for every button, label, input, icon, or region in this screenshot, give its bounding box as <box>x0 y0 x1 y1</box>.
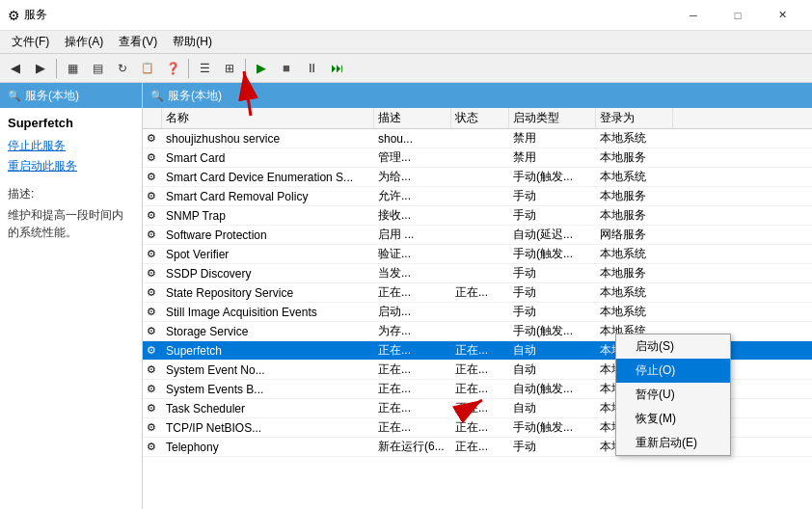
menu-bar: 文件(F) 操作(A) 查看(V) 帮助(H) <box>0 31 812 54</box>
context-menu-item-restart[interactable]: 重新启动(E) <box>616 431 730 455</box>
row-startup: 手动(触发... <box>509 245 596 263</box>
table-row[interactable]: ⚙Smart Card Removal Policy允许...手动本地服务 <box>143 187 812 206</box>
row-status <box>451 196 509 198</box>
row-startup: 自动(触发... <box>509 380 596 398</box>
stop-service-button[interactable]: ■ <box>275 57 298 80</box>
table-row[interactable]: ⚙shoujizhushou serviceshou...禁用本地系统 <box>143 129 812 148</box>
row-desc: 新在运行(6... <box>374 438 451 456</box>
desc-label: 描述: <box>8 186 134 202</box>
row-status: 正在... <box>451 399 509 417</box>
row-status <box>451 234 509 236</box>
maximize-button[interactable]: □ <box>716 0 760 31</box>
left-panel-header: 🔍 服务(本地) <box>0 83 142 108</box>
refresh-button[interactable]: ↻ <box>111 57 134 80</box>
row-desc: 允许... <box>374 187 451 205</box>
row-icon: ⚙ <box>143 266 162 281</box>
col-desc[interactable]: 描述 <box>374 108 451 128</box>
row-logon: 本地服务 <box>596 206 673 225</box>
row-logon: 本地系统 <box>596 303 673 321</box>
row-name: Superfetch <box>162 343 374 359</box>
col-startup[interactable]: 启动类型 <box>509 108 596 128</box>
row-desc: 当发... <box>374 264 451 282</box>
col-name[interactable]: 名称 <box>162 108 374 128</box>
start-service-button[interactable]: ▶ <box>250 57 273 80</box>
row-icon: ⚙ <box>143 208 162 223</box>
menu-action[interactable]: 操作(A) <box>57 32 111 52</box>
row-desc: 正在... <box>374 341 451 360</box>
context-menu-item-start[interactable]: 启动(S) <box>616 335 730 359</box>
row-status <box>451 215 509 217</box>
row-startup: 自动 <box>509 399 596 417</box>
row-name: shoujizhushou service <box>162 131 374 147</box>
restart-service-button[interactable]: ⏭ <box>325 57 348 80</box>
pause-service-button[interactable]: ⏸ <box>300 57 323 80</box>
minimize-button[interactable]: ─ <box>671 0 716 31</box>
selected-service-name: Superfetch <box>8 116 134 130</box>
show-list-button[interactable]: ▤ <box>86 57 109 80</box>
row-icon: ⚙ <box>143 189 162 203</box>
right-panel: 🔍 服务(本地) 名称 描述 状态 启动类型 登录为 ⚙shoujizhusho… <box>143 83 812 509</box>
table-row[interactable]: ⚙Still Image Acquisition Events启动...手动本地… <box>143 303 812 322</box>
row-desc: 为给... <box>374 168 451 186</box>
toolbar: ◀ ▶ ▦ ▤ ↻ 📋 ❓ ☰ ⊞ ▶ ■ ⏸ ⏭ <box>0 54 812 83</box>
row-name: TCP/IP NetBIOS... <box>162 420 374 436</box>
table-row[interactable]: ⚙Smart Card Device Enumeration S...为给...… <box>143 168 812 187</box>
row-name: Storage Service <box>162 324 374 339</box>
row-startup: 手动 <box>509 206 596 225</box>
left-panel-content: Superfetch 停止此服务 重启动此服务 描述: 维护和提高一段时间内的系… <box>0 108 142 249</box>
window-controls: ─ □ ✕ <box>671 0 804 31</box>
forward-button[interactable]: ▶ <box>29 57 52 80</box>
row-startup: 手动 <box>509 438 596 456</box>
table-row[interactable]: ⚙Software Protection启用 ...自动(延迟...网络服务 <box>143 226 812 245</box>
table-row[interactable]: ⚙SSDP Discovery当发...手动本地服务 <box>143 264 812 283</box>
menu-help[interactable]: 帮助(H) <box>165 32 220 52</box>
back-button[interactable]: ◀ <box>4 57 27 80</box>
col-logon[interactable]: 登录为 <box>596 108 673 128</box>
row-icon: ⚙ <box>143 324 162 338</box>
help-button[interactable]: ❓ <box>161 57 184 80</box>
row-name: Still Image Acquisition Events <box>162 305 374 320</box>
context-menu-item-pause[interactable]: 暂停(U) <box>616 383 730 407</box>
row-startup: 自动 <box>509 341 596 360</box>
table-row[interactable]: ⚙State Repository Service正在...正在...手动本地系… <box>143 283 812 303</box>
row-desc: 为存... <box>374 322 451 340</box>
row-startup: 手动 <box>509 264 596 282</box>
row-icon: ⚙ <box>143 440 162 454</box>
row-icon: ⚙ <box>143 382 162 396</box>
row-logon: 本地服务 <box>596 148 673 167</box>
table-row[interactable]: ⚙SNMP Trap接收...手动本地服务 <box>143 206 812 226</box>
context-menu: 启动(S)停止(O)暂停(U)恢复(M)重新启动(E) <box>615 334 731 456</box>
title-bar: ⚙ 服务 ─ □ ✕ <box>0 0 812 31</box>
table-header: 名称 描述 状态 启动类型 登录为 <box>143 108 812 129</box>
close-button[interactable]: ✕ <box>760 0 804 31</box>
stop-service-link[interactable]: 停止此服务 <box>8 138 134 154</box>
menu-file[interactable]: 文件(F) <box>4 32 57 52</box>
export-button[interactable]: 📋 <box>136 57 159 80</box>
row-name: Task Scheduler <box>162 401 374 416</box>
row-icon: ⚙ <box>143 401 162 415</box>
row-icon: ⚙ <box>143 362 162 377</box>
row-desc: shou... <box>374 131 451 147</box>
toolbar-separator-1 <box>56 59 57 78</box>
context-menu-item-resume[interactable]: 恢复(M) <box>616 407 730 431</box>
col-status[interactable]: 状态 <box>451 108 509 128</box>
row-name: State Repository Service <box>162 285 374 301</box>
search-icon-right: 🔍 <box>150 90 164 102</box>
row-status <box>451 311 509 313</box>
restart-service-link[interactable]: 重启动此服务 <box>8 158 134 174</box>
toolbar-grid-button[interactable]: ⊞ <box>218 57 241 80</box>
row-status <box>451 157 509 159</box>
context-menu-item-stop[interactable]: 停止(O) <box>616 359 730 383</box>
toolbar-list-button[interactable]: ☰ <box>193 57 216 80</box>
menu-view[interactable]: 查看(V) <box>111 32 165 52</box>
table-row[interactable]: ⚙Spot Verifier验证...手动(触发...本地系统 <box>143 245 812 264</box>
row-name: System Event No... <box>162 362 374 378</box>
table-row[interactable]: ⚙Smart Card管理...禁用本地服务 <box>143 148 812 168</box>
row-name: SSDP Discovery <box>162 266 374 281</box>
row-icon: ⚙ <box>143 150 162 165</box>
row-status <box>451 331 509 333</box>
row-startup: 手动(触发... <box>509 322 596 340</box>
row-desc: 管理... <box>374 148 451 167</box>
show-console-button[interactable]: ▦ <box>61 57 84 80</box>
row-startup: 自动 <box>509 361 596 379</box>
